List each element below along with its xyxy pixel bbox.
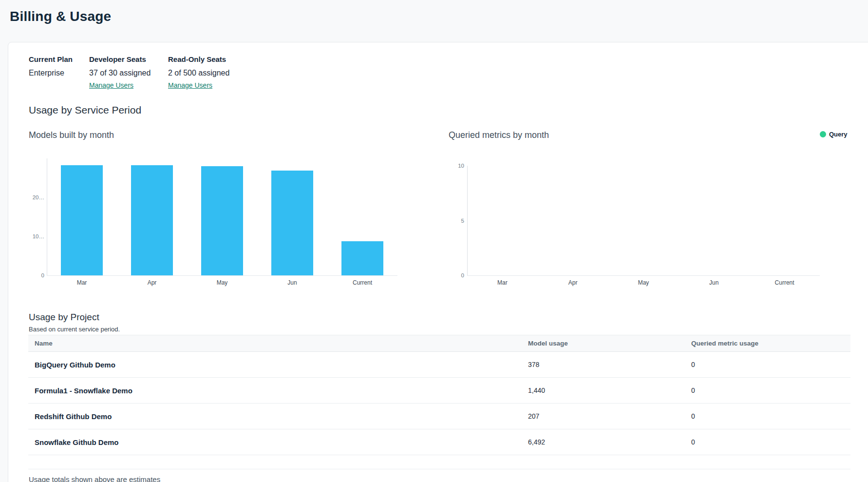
current-plan-block: Current Plan Enterprise (29, 55, 73, 77)
page-title: Billing & Usage (10, 9, 111, 24)
x-tick-label: Mar (65, 279, 99, 286)
y-tick-label: 5 (445, 218, 464, 224)
model-usage-value: 378 (522, 352, 685, 378)
column-header-name: Name (28, 335, 522, 352)
queried-metrics-chart-title: Queried metrics by month (449, 130, 549, 140)
table-row: Redshift Github Demo 207 0 (28, 404, 850, 429)
manage-users-link-readonly[interactable]: Manage Users (168, 81, 212, 89)
manage-users-link-developer[interactable]: Manage Users (89, 81, 133, 89)
x-tick-label: Current (768, 279, 802, 286)
bar[interactable] (131, 165, 173, 275)
readonly-seats-block: Read-Only Seats 2 of 500 assigned Manage… (168, 55, 229, 90)
legend-dot-icon (820, 131, 826, 137)
y-tick-label: 10 (445, 163, 464, 169)
y-tick-label: 0 (445, 272, 464, 278)
x-tick-label: Mar (485, 279, 519, 286)
page-header: Billing & Usage (0, 0, 868, 42)
y-tick-label: 20… (25, 194, 44, 200)
current-plan-label: Current Plan (29, 55, 73, 63)
developer-seats-value: 37 of 30 assigned (89, 69, 151, 77)
x-axis-line (47, 275, 397, 276)
column-header-queried-metric-usage: Queried metric usage (685, 335, 850, 352)
project-name: Snowflake Github Demo (28, 429, 522, 455)
bar[interactable] (201, 166, 243, 275)
bar[interactable] (341, 241, 383, 275)
table-end-divider (28, 469, 850, 469)
usage-by-project-table: Name Model usage Queried metric usage Bi… (28, 335, 850, 455)
x-tick-label: May (626, 279, 660, 286)
table-row: Snowflake Github Demo 6,492 0 (28, 429, 850, 455)
project-name: Redshift Github Demo (28, 404, 522, 429)
model-usage-value: 6,492 (522, 429, 685, 455)
billing-card: Current Plan Enterprise Developer Seats … (8, 42, 868, 482)
readonly-seats-label: Read-Only Seats (168, 55, 229, 63)
model-usage-value: 207 (522, 404, 685, 429)
readonly-seats-value: 2 of 500 assigned (168, 69, 229, 77)
usage-by-project-subtitle: Based on current service period. (29, 326, 120, 333)
usage-totals-footnote: Usage totals shown above are estimates (29, 475, 160, 482)
developer-seats-label: Developer Seats (89, 55, 151, 63)
x-tick-label: Apr (556, 279, 590, 286)
y-tick-label: 10… (25, 233, 44, 239)
queried-metric-usage-value: 0 (685, 352, 850, 378)
table-row: Formula1 - Snowflake Demo 1,440 0 (28, 378, 850, 404)
developer-seats-block: Developer Seats 37 of 30 assigned Manage… (89, 55, 151, 90)
project-name: BigQuery Github Demo (28, 352, 522, 378)
x-tick-label: May (205, 279, 239, 286)
legend-label: Query (829, 131, 848, 138)
column-header-model-usage: Model usage (522, 335, 685, 352)
models-built-chart-title: Models built by month (29, 130, 114, 140)
usage-by-project-title: Usage by Project (29, 312, 99, 323)
project-name: Formula1 - Snowflake Demo (28, 378, 522, 404)
queried-metric-usage-value: 0 (685, 404, 850, 429)
x-tick-label: Apr (135, 279, 169, 286)
model-usage-value: 1,440 (522, 378, 685, 404)
x-axis-line (467, 275, 820, 276)
bar[interactable] (61, 165, 103, 275)
x-tick-label: Current (345, 279, 379, 286)
y-axis-line (47, 158, 47, 275)
table-header-row: Name Model usage Queried metric usage (28, 335, 850, 352)
y-axis-line (467, 166, 468, 275)
queried-metric-usage-value: 0 (685, 429, 850, 455)
bar[interactable] (271, 171, 313, 275)
x-tick-label: Jun (275, 279, 309, 286)
current-plan-value: Enterprise (29, 69, 73, 77)
usage-by-service-period-title: Usage by Service Period (29, 104, 141, 116)
x-tick-label: Jun (697, 279, 731, 286)
table-row: BigQuery Github Demo 378 0 (28, 352, 850, 378)
y-tick-label: 0 (25, 272, 44, 278)
legend-query: Query (820, 131, 848, 138)
queried-metric-usage-value: 0 (685, 378, 850, 404)
